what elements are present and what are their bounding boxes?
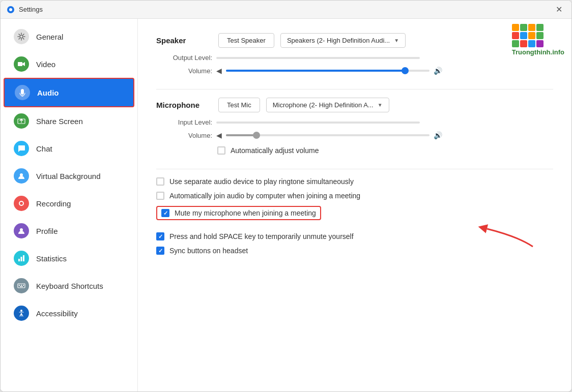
watermark-mosaic	[512, 24, 564, 47]
svg-rect-3	[18, 62, 22, 66]
divider-2	[156, 169, 553, 169]
audio-label: Audio	[37, 88, 59, 97]
mute-mic-highlighted-row: Mute my microphone when joining a meetin…	[156, 206, 321, 220]
close-button[interactable]: ✕	[553, 4, 565, 15]
keyboard-shortcuts-icon	[14, 278, 29, 293]
speaker-volume-slider[interactable]	[226, 70, 430, 72]
microphone-label: Microphone	[156, 101, 212, 109]
audio-icon	[15, 85, 30, 100]
sidebar-item-virtual-background[interactable]: Virtual Background	[4, 162, 134, 190]
auto-join-label: Automatically join audio by computer whe…	[169, 192, 360, 200]
space-unmute-checkbox[interactable]	[156, 232, 164, 240]
separate-audio-label: Use separate audio device to play ringto…	[169, 177, 354, 186]
recording-icon	[14, 196, 29, 211]
statistics-icon	[14, 251, 29, 266]
test-speaker-button[interactable]: Test Speaker	[218, 33, 274, 48]
title-bar-left: Settings	[7, 6, 43, 14]
accessibility-label: Accessibility	[36, 309, 78, 318]
chat-label: Chat	[36, 144, 52, 153]
speaker-dropdown[interactable]: Speakers (2- High Definition Audi... ▼	[280, 33, 406, 48]
separate-audio-checkbox[interactable]	[156, 177, 164, 186]
keyboard-shortcuts-label: Keyboard Shortcuts	[36, 282, 103, 290]
window-title: Settings	[19, 6, 43, 13]
profile-icon	[14, 223, 29, 238]
checkboxes-section: Use separate audio device to play ringto…	[156, 177, 553, 255]
auto-join-row: Automatically join audio by computer whe…	[156, 192, 553, 200]
svg-rect-15	[23, 285, 24, 286]
auto-join-checkbox[interactable]	[156, 192, 164, 200]
virtual-background-icon	[14, 168, 29, 184]
share-screen-label: Share Screen	[36, 117, 83, 126]
microphone-dropdown[interactable]: Microphone (2- High Definition A... ▼	[266, 98, 389, 112]
svg-point-7	[20, 202, 23, 205]
sidebar-item-profile[interactable]: Profile	[4, 217, 134, 245]
svg-rect-16	[20, 286, 23, 287]
watermark-text: Truongthinh.info	[512, 48, 564, 56]
virtual-background-label: Virtual Background	[36, 172, 100, 180]
red-arrow-annotation	[467, 221, 538, 249]
sidebar-item-audio[interactable]: Audio	[4, 78, 134, 107]
auto-adjust-checkbox[interactable]	[217, 146, 225, 155]
svg-rect-14	[21, 285, 22, 286]
speaker-row: Speaker Test Speaker Speakers (2- High D…	[156, 33, 553, 48]
microphone-volume-slider[interactable]	[226, 134, 430, 136]
general-icon	[14, 29, 29, 44]
sidebar-item-general[interactable]: General	[4, 23, 134, 50]
output-level-label: Output Level:	[156, 54, 212, 62]
input-level-bar	[216, 122, 420, 124]
sidebar-item-share-screen[interactable]: Share Screen	[4, 107, 134, 135]
chat-icon	[14, 141, 29, 156]
watermark-container: Truongthinh.info	[512, 24, 564, 56]
accessibility-icon	[14, 306, 29, 321]
microphone-input-level-row: Input Level:	[156, 118, 553, 126]
sync-headset-checkbox[interactable]	[156, 247, 164, 255]
test-mic-button[interactable]: Test Mic	[218, 98, 260, 112]
speaker-label: Speaker	[156, 36, 212, 45]
speaker-volume-row: Volume: ◀ 🔊	[156, 67, 553, 75]
settings-window: Settings ✕ General	[0, 0, 572, 392]
svg-point-1	[9, 8, 12, 11]
sidebar-item-accessibility[interactable]: Accessibility	[4, 299, 134, 327]
sidebar-item-video[interactable]: Video	[4, 50, 134, 78]
speaker-section: Speaker Test Speaker Speakers (2- High D…	[156, 33, 553, 75]
svg-rect-9	[18, 259, 20, 261]
speaker-output-level-row: Output Level:	[156, 54, 553, 62]
auto-adjust-row: Automatically adjust volume	[217, 146, 553, 155]
speaker-dropdown-text: Speakers (2- High Definition Audi...	[287, 37, 390, 44]
speaker-volume-thumb	[402, 67, 409, 74]
sidebar: General Video	[1, 19, 138, 391]
share-screen-icon	[14, 113, 29, 129]
title-bar: Settings ✕	[1, 1, 571, 19]
sidebar-item-keyboard-shortcuts[interactable]: Keyboard Shortcuts	[4, 272, 134, 299]
svg-point-2	[20, 35, 23, 38]
sidebar-item-chat[interactable]: Chat	[4, 135, 134, 162]
svg-rect-13	[19, 285, 20, 286]
microphone-dropdown-arrow: ▼	[378, 102, 383, 108]
mute-mic-highlight-wrapper: Mute my microphone when joining a meetin…	[156, 206, 553, 226]
microphone-volume-row: Volume: ◀ 🔊	[156, 131, 553, 139]
microphone-section: Microphone Test Mic Microphone (2- High …	[156, 98, 553, 155]
video-label: Video	[36, 60, 55, 69]
svg-rect-10	[21, 257, 22, 261]
general-label: General	[36, 33, 63, 41]
app-icon	[7, 6, 15, 14]
mic-vol-high-icon: 🔊	[434, 131, 442, 139]
speaker-volume-label: Volume:	[156, 67, 212, 75]
mic-vol-low-icon: ◀	[216, 131, 222, 139]
output-level-bar	[216, 57, 420, 59]
mic-volume-fill	[226, 134, 256, 136]
microphone-row: Microphone Test Mic Microphone (2- High …	[156, 98, 553, 112]
video-icon	[14, 56, 29, 72]
mute-mic-label: Mute my microphone when joining a meetin…	[175, 209, 316, 217]
svg-rect-11	[23, 255, 24, 261]
sync-headset-label: Sync buttons on headset	[169, 247, 248, 255]
mic-volume-label: Volume:	[156, 132, 212, 139]
mute-mic-checkbox[interactable]	[161, 209, 169, 217]
speaker-dropdown-arrow: ▼	[394, 38, 399, 43]
recording-label: Recording	[36, 199, 71, 208]
sidebar-item-recording[interactable]: Recording	[4, 190, 134, 217]
separate-audio-row: Use separate audio device to play ringto…	[156, 177, 553, 186]
speaker-volume-fill	[226, 70, 405, 72]
divider-1	[156, 89, 553, 89]
sidebar-item-statistics[interactable]: Statistics	[4, 245, 134, 272]
